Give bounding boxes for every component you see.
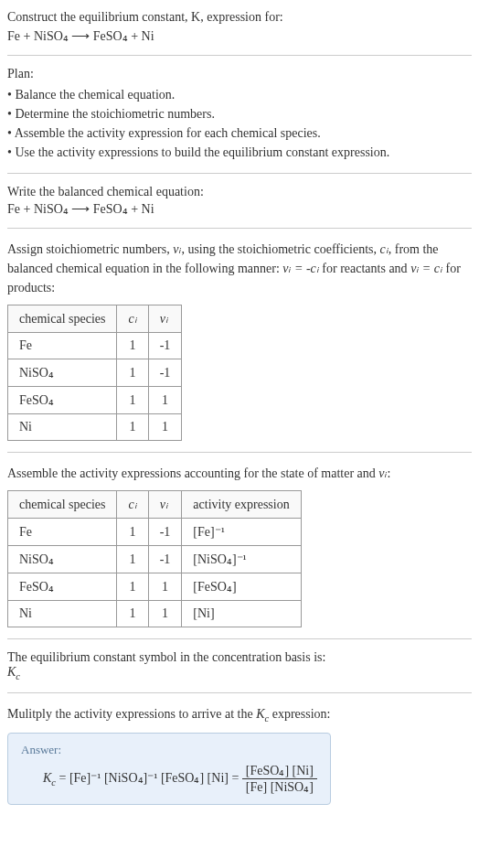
- cell-species: Fe: [8, 333, 117, 359]
- table-row: Ni 1 1 [Ni]: [8, 601, 302, 627]
- col-species: chemical species: [8, 491, 117, 519]
- multiply-text: expression:: [269, 707, 330, 721]
- divider: [7, 452, 472, 453]
- term: [NiSO₄]⁻¹: [104, 771, 157, 785]
- rule: νᵢ = cᵢ: [410, 262, 442, 275]
- divider: [7, 692, 472, 693]
- plan-item: Use the activity expressions to build th…: [7, 143, 472, 162]
- table-row: Fe 1 -1: [8, 333, 182, 359]
- cell-ci: 1: [117, 546, 148, 573]
- eq-sign: =: [56, 771, 69, 785]
- term: [Fe]⁻¹: [69, 771, 101, 785]
- stoich-intro-text: for reactants and: [319, 262, 410, 275]
- table-row: Fe 1 -1 [Fe]⁻¹: [8, 519, 302, 546]
- nu-i: νᵢ: [378, 466, 387, 480]
- divider: [7, 55, 472, 56]
- cell-nui: -1: [148, 546, 182, 573]
- eq-sign: =: [229, 771, 242, 785]
- table-header-row: chemical species cᵢ νᵢ activity expressi…: [8, 491, 302, 519]
- activity-intro-text: Assemble the activity expressions accoun…: [7, 466, 378, 480]
- col-ci: cᵢ: [117, 491, 148, 519]
- cell-species: Ni: [8, 601, 117, 627]
- cell-species: Fe: [8, 519, 117, 546]
- table-row: FeSO₄ 1 1: [8, 387, 182, 414]
- cell-nui: -1: [148, 519, 182, 546]
- plan-title: Plan:: [7, 67, 472, 81]
- table-row: Ni 1 1: [8, 414, 182, 441]
- term: [Ni]: [208, 771, 229, 785]
- table-row: NiSO₄ 1 -1: [8, 359, 182, 387]
- multiply-text: Mulitply the activity expressions to arr…: [7, 707, 256, 721]
- answer-label: Answer:: [21, 743, 317, 757]
- stoich-intro-text: Assign stoichiometric numbers,: [7, 242, 173, 256]
- cell-expr: [Fe]⁻¹: [182, 519, 301, 546]
- table-header-row: chemical species cᵢ νᵢ: [8, 305, 182, 333]
- cell-ci: 1: [117, 573, 148, 601]
- cell-species: NiSO₄: [8, 359, 117, 387]
- cell-ci: 1: [117, 414, 148, 441]
- table-row: NiSO₄ 1 -1 [NiSO₄]⁻¹: [8, 546, 302, 573]
- construct-prompt: Construct the equilibrium constant, K, e…: [7, 7, 472, 44]
- kc-lhs: Kc: [43, 771, 56, 785]
- cell-expr: [NiSO₄]⁻¹: [182, 546, 301, 573]
- cell-species: NiSO₄: [8, 546, 117, 573]
- cell-ci: 1: [117, 601, 148, 627]
- cell-nui: 1: [148, 601, 182, 627]
- cell-nui: -1: [148, 359, 182, 387]
- cell-species: FeSO₄: [8, 387, 117, 414]
- activity-intro-text: :: [388, 466, 391, 480]
- cell-expr: [FeSO₄]: [182, 573, 301, 601]
- col-expr: activity expression: [182, 491, 301, 519]
- col-ci: cᵢ: [117, 305, 148, 333]
- construct-line: Construct the equilibrium constant, K, e…: [7, 10, 283, 24]
- plan-item: Balance the chemical equation.: [7, 85, 472, 104]
- multiply-section: Mulitply the activity expressions to arr…: [7, 704, 472, 806]
- symbol-section: The equilibrium constant symbol in the c…: [7, 650, 472, 681]
- col-nui: νᵢ: [148, 305, 182, 333]
- col-species: chemical species: [8, 305, 117, 333]
- divider: [7, 638, 472, 639]
- plan-item: Determine the stoichiometric numbers.: [7, 104, 472, 123]
- balanced-title: Write the balanced chemical equation:: [7, 185, 472, 199]
- stoich-table: chemical species cᵢ νᵢ Fe 1 -1 NiSO₄ 1 -…: [7, 305, 182, 441]
- cell-nui: 1: [148, 387, 182, 414]
- multiply-line: Mulitply the activity expressions to arr…: [7, 704, 472, 726]
- reaction-equation: Fe + NiSO₄ ⟶ FeSO₄ + Ni: [7, 28, 472, 44]
- col-nui: νᵢ: [148, 491, 182, 519]
- term: [FeSO₄]: [161, 771, 204, 785]
- cell-ci: 1: [117, 333, 148, 359]
- activity-intro: Assemble the activity expressions accoun…: [7, 464, 472, 483]
- construct-text: Construct the equilibrium constant, K, e…: [7, 7, 472, 27]
- answer-box: Answer: Kc = [Fe]⁻¹ [NiSO₄]⁻¹ [FeSO₄] [N…: [7, 733, 331, 805]
- cell-species: Ni: [8, 414, 117, 441]
- cell-nui: -1: [148, 333, 182, 359]
- table-row: FeSO₄ 1 1 [FeSO₄]: [8, 573, 302, 601]
- frac-numerator: [FeSO₄] [Ni]: [242, 763, 317, 779]
- rule: νᵢ = -cᵢ: [282, 262, 319, 275]
- balanced-section: Write the balanced chemical equation: Fe…: [7, 185, 472, 217]
- cell-ci: 1: [117, 387, 148, 414]
- fraction: [FeSO₄] [Ni][Fe] [NiSO₄]: [242, 763, 317, 795]
- stoich-section: Assign stoichiometric numbers, νᵢ, using…: [7, 240, 472, 441]
- cell-expr: [Ni]: [182, 601, 301, 627]
- activity-section: Assemble the activity expressions accoun…: [7, 464, 472, 627]
- cell-ci: 1: [117, 519, 148, 546]
- cell-nui: 1: [148, 414, 182, 441]
- stoich-intro-text: , using the stoichiometric coefficients,: [181, 242, 379, 256]
- plan-section: Plan: Balance the chemical equation. Det…: [7, 67, 472, 162]
- divider: [7, 173, 472, 174]
- stoich-intro: Assign stoichiometric numbers, νᵢ, using…: [7, 240, 472, 297]
- cell-nui: 1: [148, 573, 182, 601]
- plan-list: Balance the chemical equation. Determine…: [7, 85, 472, 162]
- kc-text: Kc: [7, 665, 20, 679]
- plan-item: Assemble the activity expression for eac…: [7, 123, 472, 143]
- kc-expression: Kc = [Fe]⁻¹ [NiSO₄]⁻¹ [FeSO₄] [Ni] = [Fe…: [21, 763, 317, 795]
- kc-inline: Kc: [256, 707, 269, 721]
- cell-species: FeSO₄: [8, 573, 117, 601]
- activity-table: chemical species cᵢ νᵢ activity expressi…: [7, 490, 302, 627]
- kc-symbol: Kc: [7, 665, 472, 681]
- frac-denominator: [Fe] [NiSO₄]: [242, 779, 317, 795]
- cell-ci: 1: [117, 359, 148, 387]
- balanced-equation: Fe + NiSO₄ ⟶ FeSO₄ + Ni: [7, 201, 472, 217]
- divider: [7, 228, 472, 229]
